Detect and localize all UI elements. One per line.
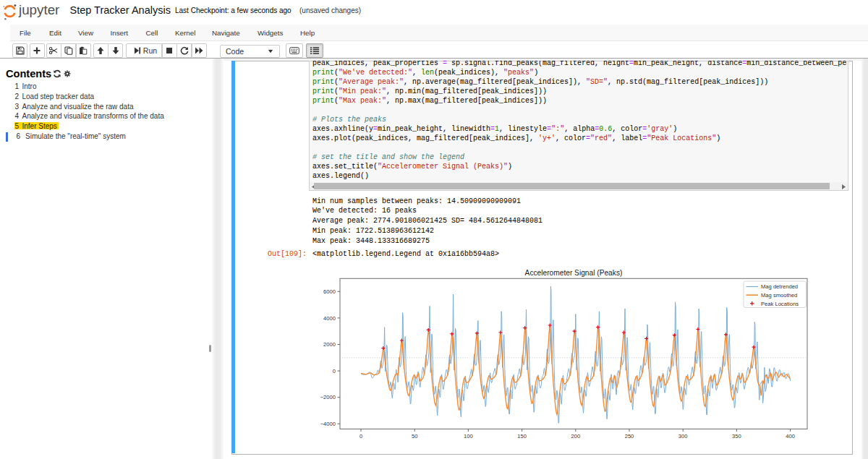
- svg-text:50: 50: [412, 433, 417, 439]
- svg-text:0: 0: [359, 433, 362, 439]
- svg-text:−4000: −4000: [320, 421, 336, 427]
- svg-text:6000: 6000: [323, 288, 336, 295]
- svg-text:150: 150: [517, 433, 527, 439]
- svg-text:350: 350: [732, 433, 741, 439]
- svg-text:Mag smoothed: Mag smoothed: [761, 292, 797, 299]
- svg-text:400: 400: [786, 433, 795, 439]
- svg-text:2000: 2000: [323, 341, 336, 348]
- svg-text:Accelerometer Signal (Peaks): Accelerometer Signal (Peaks): [525, 269, 623, 277]
- svg-text:250: 250: [625, 433, 634, 439]
- svg-text:4000: 4000: [323, 315, 336, 322]
- svg-text:Peak Locations: Peak Locations: [761, 301, 799, 307]
- svg-text:100: 100: [464, 433, 473, 439]
- svg-text:200: 200: [571, 433, 580, 439]
- svg-text:300: 300: [678, 433, 688, 439]
- svg-text:Mag detrended: Mag detrended: [761, 283, 798, 290]
- svg-text:−2000: −2000: [320, 394, 336, 400]
- svg-text:0: 0: [333, 368, 336, 374]
